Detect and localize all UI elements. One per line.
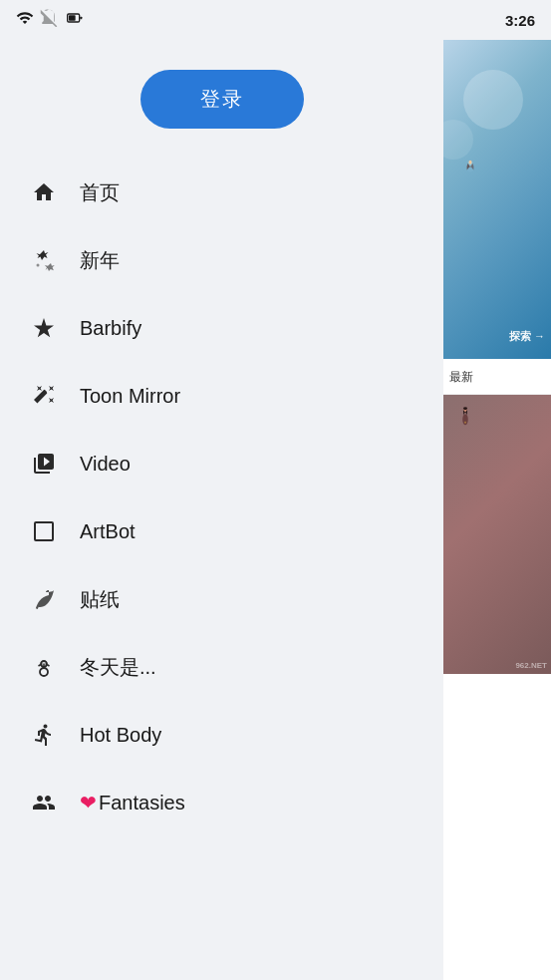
latest-label: 最新 (443, 359, 551, 395)
sidebar-item-toonmirror-label: Toon Mirror (80, 385, 180, 408)
svg-rect-4 (35, 522, 53, 540)
sidebar-item-newyear[interactable]: 新年 (0, 226, 443, 294)
status-bar: 3:26 (0, 0, 551, 40)
battery-icon (64, 10, 86, 30)
sidebar-item-newyear-label: 新年 (80, 247, 120, 274)
sidebar-item-winter[interactable]: 冬天是... (0, 633, 443, 701)
right-panel-images: 探索 → 最新 (443, 40, 551, 980)
svg-point-11 (469, 161, 472, 164)
flex-icon (28, 719, 60, 751)
login-button[interactable]: 登录 (140, 70, 304, 129)
svg-point-8 (45, 663, 46, 664)
wifi-icon (16, 9, 34, 31)
svg-point-6 (41, 661, 47, 667)
sidebar-item-sticker[interactable]: 贴纸 (0, 565, 443, 633)
watermark: 962.NET (515, 661, 547, 670)
svg-point-5 (40, 668, 48, 676)
svg-point-14 (463, 407, 467, 410)
sidebar-item-hotbody-label: Hot Body (80, 724, 161, 747)
signal-icon (40, 9, 58, 31)
status-time: 3:26 (505, 12, 535, 29)
snowman-icon (28, 651, 60, 683)
sidebar-item-toonmirror[interactable]: Toon Mirror (0, 362, 443, 430)
sidebar-item-barbify-label: Barbify (80, 317, 141, 340)
video-icon (28, 448, 60, 480)
sidebar-item-fantasies[interactable]: ❤Fantasies (0, 769, 443, 836)
people-icon (28, 787, 60, 818)
sidebar-item-home-label: 首页 (80, 179, 120, 206)
square-icon (28, 515, 60, 547)
bottom-image: 962.NET (443, 395, 551, 674)
sidebar-item-artbot-label: ArtBot (80, 520, 136, 543)
sidebar-drawer: 登录 首页 新年 (0, 0, 443, 980)
right-panel: PRO 探索 → (443, 0, 551, 980)
top-image: 探索 → (443, 40, 551, 359)
svg-rect-1 (69, 15, 76, 20)
svg-rect-2 (80, 17, 82, 20)
sidebar-item-artbot[interactable]: ArtBot (0, 497, 443, 565)
sidebar-item-video[interactable]: Video (0, 430, 443, 497)
home-icon (28, 176, 60, 208)
sparkle-icon (28, 244, 60, 276)
drawer-menu: 首页 新年 Barbify (0, 149, 443, 980)
sidebar-item-sticker-label: 贴纸 (80, 586, 120, 613)
sidebar-item-winter-label: 冬天是... (80, 654, 156, 681)
login-section: 登录 (0, 40, 443, 149)
explore-text: 探索 → (509, 329, 545, 344)
svg-point-3 (37, 264, 40, 267)
starburst-icon (28, 312, 60, 344)
sidebar-item-fantasies-label: ❤Fantasies (80, 791, 185, 815)
leaf-icon (28, 583, 60, 615)
sidebar-item-hotbody[interactable]: Hot Body (0, 701, 443, 769)
heart-emoji: ❤ (80, 791, 97, 815)
wand-icon (28, 380, 60, 412)
sidebar-item-home[interactable]: 首页 (0, 159, 443, 226)
sidebar-item-barbify[interactable]: Barbify (0, 294, 443, 362)
sidebar-item-video-label: Video (80, 453, 131, 476)
svg-point-7 (43, 663, 44, 664)
